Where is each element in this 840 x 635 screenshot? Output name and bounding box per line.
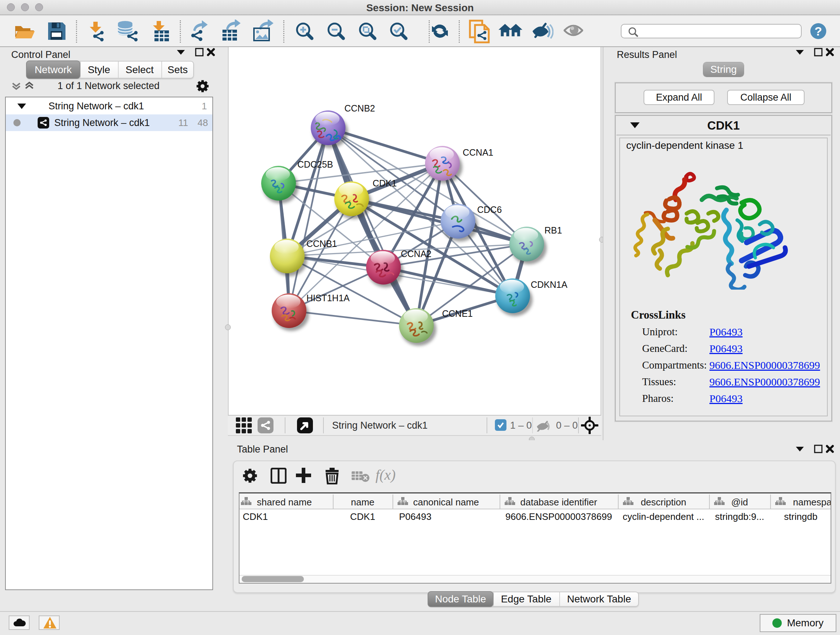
svg-text:CDC6: CDC6 xyxy=(477,204,502,215)
svg-text:CCNB2: CCNB2 xyxy=(344,103,375,113)
svg-text:CCNA2: CCNA2 xyxy=(401,249,431,259)
svg-text:CDC25B: CDC25B xyxy=(297,159,333,169)
svg-text:RB1: RB1 xyxy=(545,225,562,235)
svg-text:CDKN1A: CDKN1A xyxy=(531,279,568,290)
svg-text:CDK1: CDK1 xyxy=(373,178,397,188)
svg-text:HIST1H1A: HIST1H1A xyxy=(306,293,350,303)
svg-text:CCNE1: CCNE1 xyxy=(442,309,473,318)
svg-text:CCNB1: CCNB1 xyxy=(306,239,337,249)
svg-text:CCNA1: CCNA1 xyxy=(463,147,493,157)
